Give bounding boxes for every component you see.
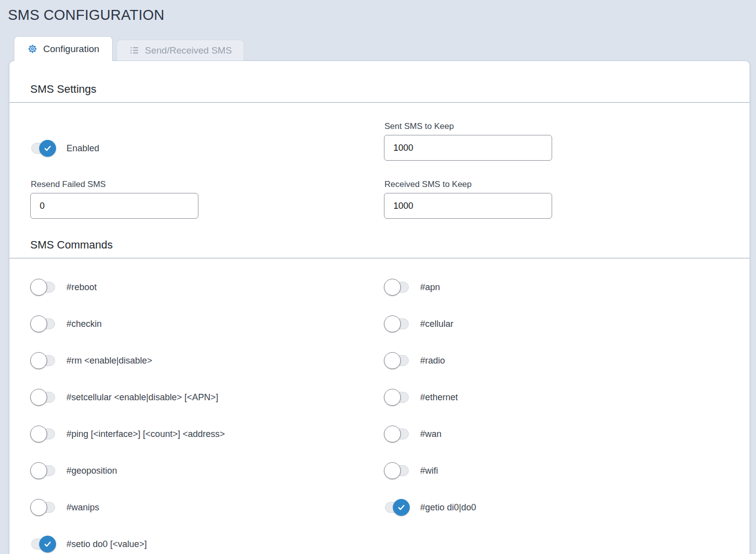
command-row: #reboot [30,278,384,296]
command-toggle[interactable] [384,425,410,443]
command-row: #apn [384,278,476,296]
command-row: #wanips [30,498,384,516]
command-label: #wan [420,429,441,439]
toggle-thumb [384,426,401,442]
received-sms-to-keep-input[interactable] [384,193,552,219]
command-row: #ping [<interface>] [<count>] <address> [30,425,384,443]
sms-settings-heading: SMS Settings [9,61,750,103]
command-label: #wanips [66,502,99,513]
sent-sms-to-keep-field: Sent SMS to Keep [384,103,552,161]
command-row: #cellular [384,315,476,333]
command-label: #apn [420,282,440,293]
toggle-thumb [384,462,401,479]
command-row: #checkin [30,315,384,333]
check-icon [43,540,52,549]
tab-configuration[interactable]: Configuration [14,36,113,61]
list-icon [129,45,139,56]
page-title: SMS CONFIGURATION [8,7,756,23]
check-icon [397,503,406,512]
command-label: #rm <enable|disable> [66,356,152,366]
command-toggle[interactable] [384,352,410,369]
sms-settings-section: Enabled Sent SMS to Keep Resend Failed S… [9,103,750,219]
command-toggle[interactable] [384,315,410,333]
commands-column-left: #reboot#checkin#rm <enable|disable>#setc… [30,258,384,554]
configuration-panel: SMS Settings Enabled Sent SMS to Keep Re… [9,61,750,554]
command-toggle[interactable] [384,498,410,516]
gear-icon [27,44,38,54]
sms-enabled-row: Enabled [30,139,384,157]
command-toggle[interactable] [30,535,56,553]
tab-bar: Configuration Send/Received SMS [14,36,756,61]
command-label: #cellular [420,319,453,329]
tab-send-received-sms[interactable]: Send/Received SMS [117,40,244,61]
toggle-thumb [384,352,401,369]
command-label: #radio [420,356,445,366]
resend-failed-sms-input[interactable] [30,193,198,219]
toggle-thumb [30,315,47,332]
command-toggle[interactable] [384,278,410,296]
toggle-thumb [384,279,401,296]
sms-commands-section: #reboot#checkin#rm <enable|disable>#setc… [9,258,750,554]
tab-configuration-label: Configuration [43,44,99,55]
toggle-thumb [30,499,47,516]
command-toggle[interactable] [30,388,56,406]
toggle-thumb [30,462,47,479]
check-icon [43,144,52,153]
command-row: #ethernet [384,388,476,406]
toggle-thumb [30,389,47,406]
command-toggle[interactable] [30,425,56,443]
command-toggle[interactable] [30,498,56,516]
sms-enabled-toggle[interactable] [30,139,56,157]
toggle-thumb [30,352,47,369]
command-label: #wifi [420,466,438,476]
command-row: #getio di0|do0 [384,498,476,516]
command-toggle[interactable] [30,352,56,369]
resend-failed-sms-field: Resend Failed SMS [30,161,384,219]
toggle-thumb [384,389,401,406]
command-label: #setio do0 [<value>] [66,539,147,550]
toggle-thumb [384,315,401,332]
resend-failed-sms-label: Resend Failed SMS [31,180,384,189]
command-label: #setcellular <enable|disable> [<APN>] [66,392,218,403]
received-sms-to-keep-field: Received SMS to Keep [384,161,552,219]
command-row: #wan [384,425,476,443]
command-label: #geoposition [66,466,117,476]
command-toggle[interactable] [384,462,410,480]
toggle-thumb [39,140,56,157]
toggle-thumb [30,279,47,296]
command-label: #ping [<interface>] [<count>] <address> [66,429,225,439]
command-row: #rm <enable|disable> [30,352,384,369]
command-label: #checkin [66,319,102,329]
command-row: #geoposition [30,462,384,480]
commands-column-right: #apn#cellular#radio#ethernet#wan#wifi#ge… [384,258,476,554]
command-row: #radio [384,352,476,369]
sent-sms-to-keep-input[interactable] [384,135,552,161]
command-row: #setcellular <enable|disable> [<APN>] [30,388,384,406]
command-label: #reboot [66,282,97,293]
command-toggle[interactable] [30,278,56,296]
toggle-thumb [39,536,56,553]
tab-send-received-sms-label: Send/Received SMS [145,45,232,56]
command-toggle[interactable] [384,388,410,406]
received-sms-to-keep-label: Received SMS to Keep [384,180,552,189]
sms-commands-heading: SMS Commands [9,219,750,258]
sent-sms-to-keep-label: Sent SMS to Keep [384,122,552,131]
toggle-thumb [30,426,47,442]
toggle-thumb [393,499,410,516]
command-label: #ethernet [420,392,458,403]
command-row: #setio do0 [<value>] [30,535,384,553]
command-toggle[interactable] [30,462,56,480]
sms-enabled-label: Enabled [66,143,99,154]
command-toggle[interactable] [30,315,56,333]
command-label: #getio di0|do0 [420,502,476,513]
command-row: #wifi [384,462,476,480]
